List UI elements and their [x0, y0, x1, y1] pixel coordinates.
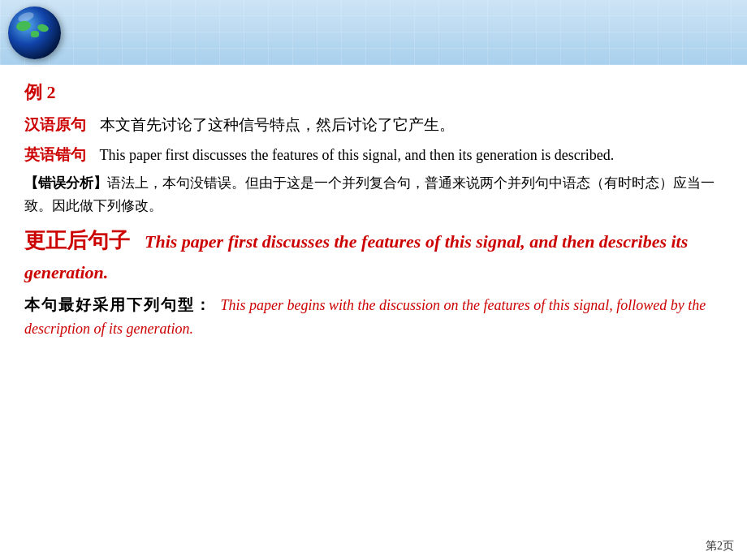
- correction-label: 更正后句子: [24, 229, 130, 252]
- example-title: 例 2: [24, 78, 723, 106]
- page-number: 第2页: [706, 539, 734, 554]
- error-label: 英语错句: [24, 146, 86, 163]
- chinese-text: 本文首先讨论了这种信号特点，然后讨论了它产生。: [100, 116, 455, 133]
- chinese-label: 汉语原句: [24, 116, 86, 133]
- error-text: This paper first discusses the features …: [100, 147, 615, 163]
- chinese-original-section: 汉语原句 本文首先讨论了这种信号特点，然后讨论了它产生。: [24, 113, 723, 137]
- header: [0, 0, 747, 65]
- analysis-section: 【错误分析】语法上，本句没错误。但由于这是一个并列复合句，普通来说两个并列句中语…: [24, 172, 723, 218]
- header-background: [0, 0, 747, 65]
- analysis-text: 语法上，本句没错误。但由于这是一个并列复合句，普通来说两个并列句中语态（有时时态…: [24, 175, 715, 213]
- correction-section: 更正后句子 This paper first discusses the fea…: [24, 224, 723, 286]
- better-section: 本句最好采用下列句型： This paper begins with the d…: [24, 293, 723, 341]
- globe-icon: [8, 6, 61, 59]
- analysis-label: 【错误分析】: [24, 175, 107, 191]
- content-area: 例 2 汉语原句 本文首先讨论了这种信号特点，然后讨论了它产生。 英语错句 Th…: [0, 65, 747, 362]
- better-label: 本句最好采用下列句型：: [24, 296, 212, 313]
- english-error-section: 英语错句 This paper first discusses the feat…: [24, 143, 723, 167]
